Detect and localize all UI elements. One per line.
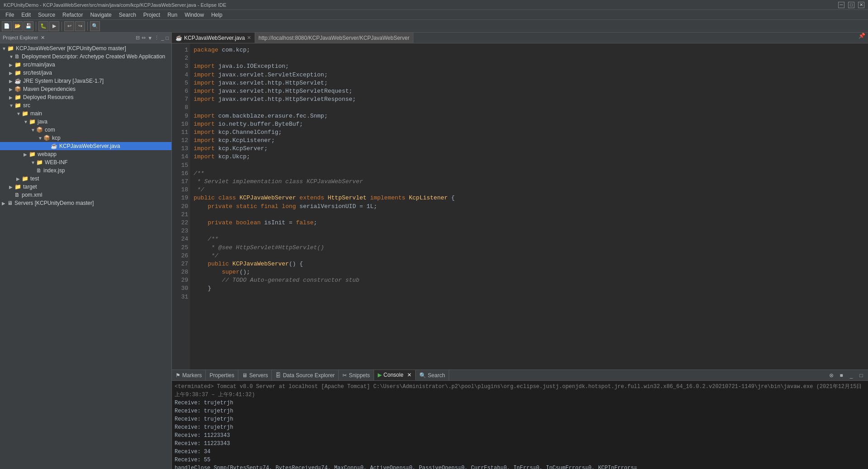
tab-search[interactable]: 🔍 Search: [416, 370, 449, 380]
explorer-filter-btn[interactable]: ▼: [147, 35, 152, 41]
menubar: File Edit Source Refactor Navigate Searc…: [0, 10, 868, 20]
code-text[interactable]: package com.kcp; import java.io.IOExcept…: [190, 43, 868, 370]
menu-file[interactable]: File: [2, 11, 18, 19]
menu-run[interactable]: Run: [164, 11, 181, 19]
menu-edit[interactable]: Edit: [18, 11, 34, 19]
toolbar-undo[interactable]: ↩: [64, 21, 74, 31]
tree-item-indexjsp[interactable]: 🗎 index.jsp: [0, 166, 171, 175]
console-stop-btn[interactable]: ■: [837, 371, 845, 379]
tree-item-main[interactable]: ▼ 📁 main: [0, 109, 171, 118]
arrow-icon: ▶: [9, 185, 14, 189]
toolbar-open[interactable]: 📂: [13, 21, 23, 31]
menu-navigate[interactable]: Navigate: [86, 11, 115, 19]
toolbar-new[interactable]: 📄: [2, 21, 12, 31]
tree-item-label: WEB-INF: [45, 159, 68, 166]
toolbar-run[interactable]: ▶: [49, 21, 59, 31]
menu-window[interactable]: Window: [181, 11, 208, 19]
folder-icon: 📁: [29, 151, 36, 157]
arrow-icon: [31, 168, 36, 173]
tree-item-root[interactable]: ▼ 📁 KCPJavaWebServer [KCPUnityDemo maste…: [0, 44, 171, 52]
tree-item-jre[interactable]: ▶ ☕ JRE System Library [JavaSE-1.7]: [0, 77, 171, 85]
tree-item-src-main-java[interactable]: ▶ 📁 src/main/java: [0, 61, 171, 69]
tree-item-com[interactable]: ▼ 📦 com: [0, 126, 171, 134]
tab-close-btn[interactable]: ✕: [247, 35, 251, 41]
tab-KCPJavaWebServer[interactable]: ☕ KCPJavaWebServer.java ✕: [172, 33, 255, 43]
tree-item-servers[interactable]: ▶ 🖥 Servers [KCPUnityDemo master]: [0, 199, 171, 207]
console-line: Receive: 55: [175, 456, 865, 464]
tree-item-label: webapp: [38, 151, 57, 157]
close-button[interactable]: ✕: [858, 2, 864, 8]
console-line: Receive: 34: [175, 448, 865, 456]
tree-item-KCPJavaWebServer[interactable]: ☕ KCPJavaWebServer.java: [0, 142, 171, 150]
tab-servers[interactable]: 🖥 Servers: [238, 370, 272, 380]
arrow-icon: [9, 193, 14, 198]
tree-item-deployed-resources[interactable]: ▶ 📁 Deployed Resources: [0, 93, 171, 101]
toolbar-redo[interactable]: ↪: [75, 21, 85, 31]
menu-search[interactable]: Search: [115, 11, 140, 19]
menu-project[interactable]: Project: [140, 11, 164, 19]
datasource-icon: 🗄: [275, 372, 281, 379]
tree-item-pom[interactable]: 🗎 pom.xml: [0, 191, 171, 199]
explorer-collapse-btn[interactable]: ⊟: [136, 35, 140, 41]
tree-item-label: Deployment Descriptor: Archetype Created…: [22, 53, 165, 60]
explorer-minimize-btn[interactable]: _: [161, 35, 164, 41]
tab-label: Markers: [182, 372, 202, 379]
titlebar: KCPUnityDemo - KCPJavaWebServer/src/main…: [0, 0, 868, 10]
folder-icon: 📁: [22, 110, 28, 117]
tree-item-target[interactable]: ▶ 📁 target: [0, 183, 171, 191]
tree-item-src-test-java[interactable]: ▶ 📁 src/test/java: [0, 69, 171, 77]
tab-properties[interactable]: Properties: [206, 370, 238, 380]
tree-item-webapp[interactable]: ▶ 📁 webapp: [0, 150, 171, 158]
maximize-button[interactable]: □: [848, 2, 854, 8]
tab-label: Properties: [209, 372, 234, 379]
toolbar-search[interactable]: 🔍: [90, 21, 100, 31]
tree-item-webinf[interactable]: ▼ 📁 WEB-INF: [0, 158, 171, 166]
bottom-panel-controls: ⊗ ■ _ □: [827, 370, 868, 380]
console-line: Receive: 11223343: [175, 440, 865, 448]
menu-refactor[interactable]: Refactor: [59, 11, 86, 19]
explorer-maximize-btn[interactable]: □: [166, 35, 169, 41]
tree-item-label: src/main/java: [23, 62, 55, 68]
tree-item-label: src/test/java: [23, 70, 52, 76]
folder-icon: 📁: [14, 102, 21, 109]
titlebar-controls[interactable]: ─ □ ✕: [838, 2, 864, 8]
project-tree: ▼ 📁 KCPJavaWebServer [KCPUnityDemo maste…: [0, 43, 171, 469]
tree-item-deployment[interactable]: ▼ 🗎 Deployment Descriptor: Archetype Cre…: [0, 52, 171, 61]
main-layout: Project Explorer ✕ ⊟ ⇔ ▼ ⋮ _ □ ▼ 📁 KCPJa…: [0, 33, 868, 469]
explorer-menu-btn[interactable]: ⋮: [154, 35, 159, 41]
tab-browser[interactable]: http://localhost:8080/KCPJavaWebServer/K…: [255, 33, 414, 43]
deployment-icon: 🗎: [14, 53, 20, 60]
tree-item-java[interactable]: ▼ 📁 java: [0, 118, 171, 126]
tree-item-src[interactable]: ▼ 📁 src: [0, 101, 171, 109]
tab-label: Data Source Explorer: [283, 372, 335, 379]
tree-item-maven[interactable]: ▶ 📦 Maven Dependencies: [0, 85, 171, 93]
tab-markers[interactable]: ⚑ Markers: [172, 370, 206, 380]
tree-item-kcp[interactable]: ▼ 📦 kcp: [0, 134, 171, 142]
menu-help[interactable]: Help: [208, 11, 226, 19]
tree-item-test[interactable]: ▶ 📁 test: [0, 175, 171, 183]
tab-console-close[interactable]: ✕: [407, 372, 412, 378]
tab-console[interactable]: ▶ Console ✕: [374, 370, 416, 380]
jsp-icon: 🗎: [36, 167, 42, 174]
java-file-icon: ☕: [51, 143, 57, 149]
toolbar-save[interactable]: 💾: [24, 21, 33, 31]
tab-datasource-explorer[interactable]: 🗄 Data Source Explorer: [272, 370, 339, 380]
menu-source[interactable]: Source: [34, 11, 59, 19]
minimize-button[interactable]: ─: [838, 2, 844, 8]
explorer-link-btn[interactable]: ⇔: [142, 35, 146, 41]
explorer-title: Project Explorer ✕: [3, 35, 134, 41]
servers-icon: 🖥: [242, 372, 247, 379]
toolbar: 📄 📂 💾 🐛 ▶ ↩ ↪ 🔍: [0, 20, 868, 33]
snippets-icon: ✂: [342, 372, 347, 379]
tree-item-label: JRE System Library [JavaSE-1.7]: [23, 78, 104, 84]
tab-snippets[interactable]: ✂ Snippets: [339, 370, 374, 380]
folder-icon: 📁: [14, 62, 21, 68]
tree-item-label: Servers [KCPUnityDemo master]: [14, 200, 94, 206]
console-minimize-btn[interactable]: _: [847, 371, 855, 379]
arrow-icon: ▼: [9, 103, 14, 108]
pin-button[interactable]: 📌: [856, 33, 868, 43]
project-explorer-panel: Project Explorer ✕ ⊟ ⇔ ▼ ⋮ _ □ ▼ 📁 KCPJa…: [0, 33, 172, 469]
toolbar-debug[interactable]: 🐛: [38, 21, 48, 31]
console-clear-btn[interactable]: ⊗: [827, 371, 835, 379]
console-maximize-btn[interactable]: □: [857, 371, 865, 379]
